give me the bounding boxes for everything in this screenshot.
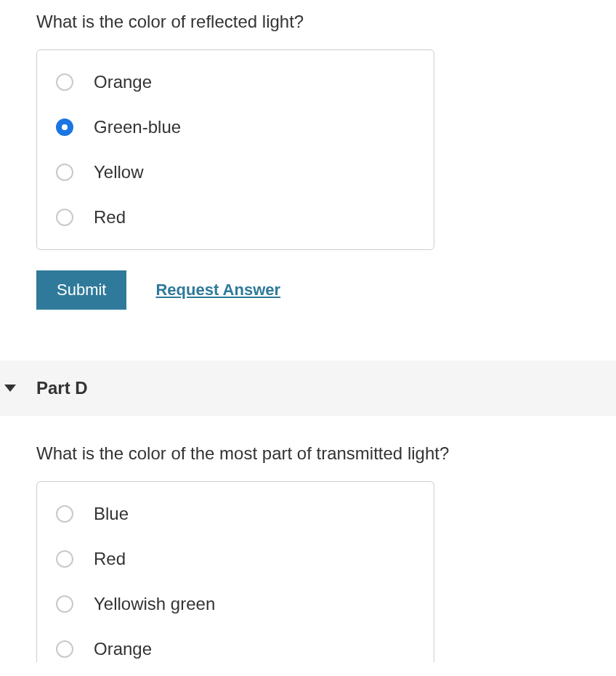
option-label: Blue (94, 504, 129, 524)
options-container: Orange Green-blue Yellow Red (36, 49, 434, 250)
actions-row: Submit Request Answer (36, 270, 616, 310)
radio-icon[interactable] (56, 505, 73, 523)
option-row[interactable]: Blue (56, 504, 415, 524)
radio-icon[interactable] (56, 209, 73, 226)
option-label: Red (94, 207, 126, 228)
option-label: Yellow (94, 162, 144, 182)
option-row[interactable]: Orange (56, 72, 415, 92)
options-container: Blue Red Yellowish green Orange (36, 481, 434, 662)
caret-down-icon (4, 385, 16, 392)
question-text: What is the color of the most part of tr… (36, 443, 616, 464)
radio-icon[interactable] (56, 640, 73, 658)
option-label: Red (94, 549, 126, 569)
part-header[interactable]: Part D (0, 361, 616, 416)
radio-icon[interactable] (56, 550, 73, 568)
option-row[interactable]: Green-blue (56, 117, 415, 137)
option-label: Green-blue (94, 117, 181, 137)
option-label: Orange (94, 72, 152, 92)
submit-button[interactable]: Submit (36, 270, 126, 310)
option-row[interactable]: Orange (56, 639, 415, 659)
option-label: Yellowish green (94, 594, 215, 614)
option-row[interactable]: Red (56, 549, 415, 569)
option-row[interactable]: Red (56, 207, 415, 228)
question-text: What is the color of reflected light? (36, 12, 616, 32)
option-row[interactable]: Yellowish green (56, 594, 415, 614)
radio-icon[interactable] (56, 164, 73, 181)
radio-icon[interactable] (56, 118, 73, 136)
part-title: Part D (36, 378, 88, 398)
radio-icon[interactable] (56, 73, 73, 91)
option-label: Orange (94, 639, 152, 659)
radio-icon[interactable] (56, 595, 73, 613)
option-row[interactable]: Yellow (56, 162, 415, 182)
request-answer-link[interactable]: Request Answer (155, 281, 280, 299)
